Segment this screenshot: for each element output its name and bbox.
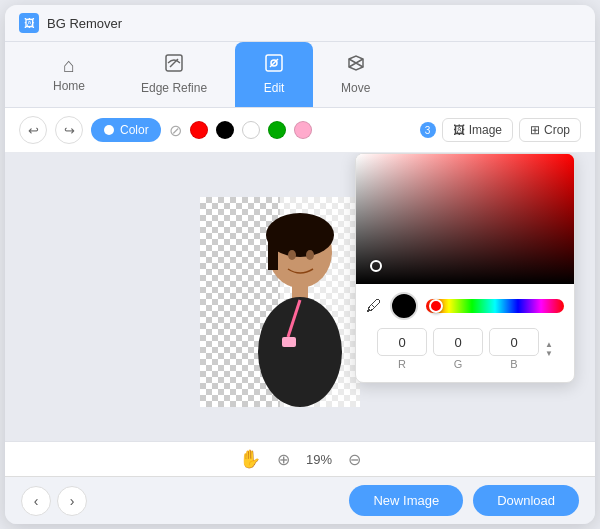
eyedropper-icon[interactable]: 🖊: [366, 297, 382, 315]
g-col: G: [433, 328, 483, 370]
swatch-black[interactable]: [216, 121, 234, 139]
color-label: Color: [120, 123, 149, 137]
r-label: R: [398, 358, 406, 370]
edge-refine-icon: [163, 52, 185, 77]
r-col: R: [377, 328, 427, 370]
svg-rect-7: [268, 235, 278, 270]
tab-home-label: Home: [53, 79, 85, 93]
app-title: BG Remover: [47, 16, 122, 31]
main-area: 🖊 R G: [5, 153, 595, 441]
gradient-handle[interactable]: [370, 260, 382, 272]
home-icon: ⌂: [63, 55, 75, 75]
footer-nav: ‹ ›: [21, 486, 87, 516]
b-label: B: [510, 358, 517, 370]
color-picker-popup: 🖊 R G: [355, 153, 575, 383]
image-button[interactable]: 🖼 Image: [442, 118, 513, 142]
nav-tabs: ⌂ Home Edge Refine Edit: [5, 42, 595, 108]
tab-edit[interactable]: Edit: [235, 42, 313, 107]
new-image-button[interactable]: New Image: [349, 485, 463, 516]
next-icon: ›: [70, 493, 75, 509]
color-button[interactable]: Color: [91, 118, 161, 142]
image-icon: 🖼: [453, 123, 465, 137]
title-bar: 🖼 BG Remover: [5, 5, 595, 42]
zoom-out-icon[interactable]: ⊖: [348, 450, 361, 469]
prev-icon: ‹: [34, 493, 39, 509]
toolbar-right: 3 🖼 Image ⊞ Crop: [420, 118, 581, 142]
redo-button[interactable]: ↪: [55, 116, 83, 144]
rgb-inputs: R G B ▲ ▼: [366, 328, 564, 370]
svg-rect-11: [282, 337, 296, 347]
edit-icon: [263, 52, 285, 77]
notification-badge: 3: [420, 122, 436, 138]
swatch-red[interactable]: [190, 121, 208, 139]
svg-point-9: [258, 297, 342, 407]
svg-point-13: [306, 250, 314, 260]
toolbar: ↩ ↪ Color ⊘ 3 🖼 Image ⊞ C: [5, 108, 595, 153]
tab-move-label: Move: [341, 81, 370, 95]
redo-icon: ↪: [64, 123, 75, 138]
badge-container: 3: [420, 122, 436, 138]
zoom-percent: 19%: [306, 452, 332, 467]
mode-down-arrow[interactable]: ▼: [545, 350, 553, 358]
color-picker-controls: 🖊 R G: [356, 284, 574, 370]
g-input[interactable]: [433, 328, 483, 356]
download-button[interactable]: Download: [473, 485, 579, 516]
current-color-swatch[interactable]: [390, 292, 418, 320]
zoom-bar: ✋ ⊕ 19% ⊖: [5, 441, 595, 476]
next-button[interactable]: ›: [57, 486, 87, 516]
b-col: B: [489, 328, 539, 370]
image-preview: [200, 197, 360, 407]
swatch-white[interactable]: [242, 121, 260, 139]
no-bg-icon[interactable]: ⊘: [169, 121, 182, 140]
r-input[interactable]: [377, 328, 427, 356]
zoom-in-icon[interactable]: ⊕: [277, 450, 290, 469]
tab-edge-refine-label: Edge Refine: [141, 81, 207, 95]
app-icon: 🖼: [19, 13, 39, 33]
mode-up-arrow[interactable]: ▲: [545, 341, 553, 349]
prev-button[interactable]: ‹: [21, 486, 51, 516]
b-input[interactable]: [489, 328, 539, 356]
rainbow-slider-handle[interactable]: [429, 299, 443, 313]
crop-icon: ⊞: [530, 123, 540, 137]
mode-arrows: ▲ ▼: [545, 341, 553, 358]
tab-edit-label: Edit: [264, 81, 285, 95]
svg-point-12: [288, 250, 296, 260]
undo-button[interactable]: ↩: [19, 116, 47, 144]
canvas-area: 🖊 R G: [5, 153, 595, 441]
footer: ‹ › New Image Download: [5, 476, 595, 524]
tab-move[interactable]: Move: [313, 42, 398, 107]
person-image: [200, 197, 360, 407]
crop-label: Crop: [544, 123, 570, 137]
color-gradient-area[interactable]: [356, 154, 574, 284]
eyedropper-row: 🖊: [366, 292, 564, 320]
g-label: G: [454, 358, 463, 370]
swatch-green[interactable]: [268, 121, 286, 139]
move-icon: [345, 52, 367, 77]
swatch-pink[interactable]: [294, 121, 312, 139]
color-icon: [103, 124, 115, 136]
image-label: Image: [469, 123, 502, 137]
footer-actions: New Image Download: [349, 485, 579, 516]
hand-tool-icon[interactable]: ✋: [239, 448, 261, 470]
crop-button[interactable]: ⊞ Crop: [519, 118, 581, 142]
app-window: 🖼 BG Remover ⌂ Home Edge Refine: [5, 5, 595, 524]
svg-point-3: [104, 125, 114, 135]
undo-icon: ↩: [28, 123, 39, 138]
tab-edge-refine[interactable]: Edge Refine: [113, 42, 235, 107]
rainbow-slider[interactable]: [426, 299, 564, 313]
tab-home[interactable]: ⌂ Home: [25, 42, 113, 107]
